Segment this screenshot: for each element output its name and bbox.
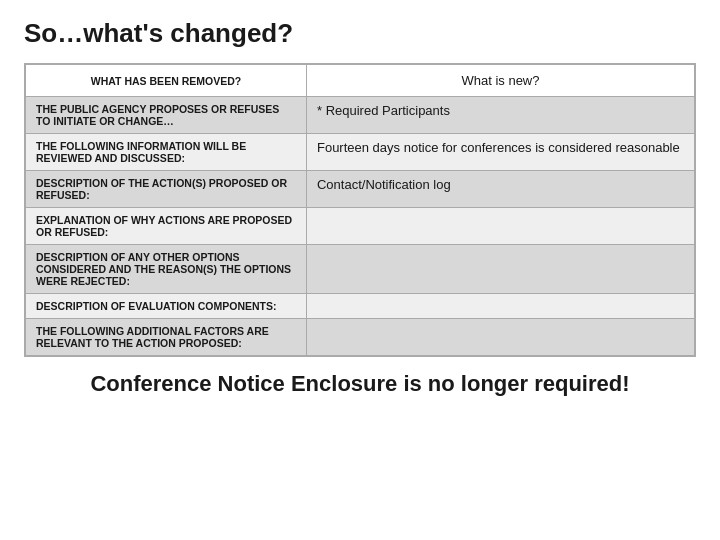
page-title: So…what's changed? — [24, 18, 696, 49]
table-row: DESCRIPTION OF EVALUATION COMPONENTS: — [26, 294, 695, 319]
table-row: THE FOLLOWING ADDITIONAL FACTORS ARE REL… — [26, 319, 695, 356]
table-row: EXPLANATION OF WHY ACTIONS ARE PROPOSED … — [26, 208, 695, 245]
header-col1: What has been removed? — [26, 65, 307, 97]
table-cell-left: THE FOLLOWING ADDITIONAL FACTORS ARE REL… — [26, 319, 307, 356]
table-cell-right: Contact/Notification log — [306, 171, 694, 208]
table-cell-left: DESCRIPTION OF THE ACTION(s) PROPOSED OR… — [26, 171, 307, 208]
table-row: DESCRIPTION OF THE ACTION(s) PROPOSED OR… — [26, 171, 695, 208]
table-cell-right — [306, 294, 694, 319]
table-cell-right: * Required Participants — [306, 97, 694, 134]
table-cell-right — [306, 245, 694, 294]
table-cell-left: DESCRIPTION OF EVALUATION COMPONENTS: — [26, 294, 307, 319]
table-cell-left: THE FOLLOWING INFORMATION WILL BE REVIEW… — [26, 134, 307, 171]
table-cell-left: EXPLANATION OF WHY ACTIONS ARE PROPOSED … — [26, 208, 307, 245]
table-cell-right — [306, 319, 694, 356]
table-row: THE FOLLOWING INFORMATION WILL BE REVIEW… — [26, 134, 695, 171]
table-cell-right — [306, 208, 694, 245]
table-cell-left: DESCRIPTION OF ANY OTHER OPTIONS CONSIDE… — [26, 245, 307, 294]
table-cell-right: Fourteen days notice for conferences is … — [306, 134, 694, 171]
main-table: What has been removed? What is new? THE … — [24, 63, 696, 357]
table-row: DESCRIPTION OF ANY OTHER OPTIONS CONSIDE… — [26, 245, 695, 294]
table-cell-left: THE PUBLIC AGENCY PROPOSES OR REFUSES TO… — [26, 97, 307, 134]
footer-text: Conference Notice Enclosure is no longer… — [24, 371, 696, 397]
header-col2: What is new? — [306, 65, 694, 97]
table-row: THE PUBLIC AGENCY PROPOSES OR REFUSES TO… — [26, 97, 695, 134]
